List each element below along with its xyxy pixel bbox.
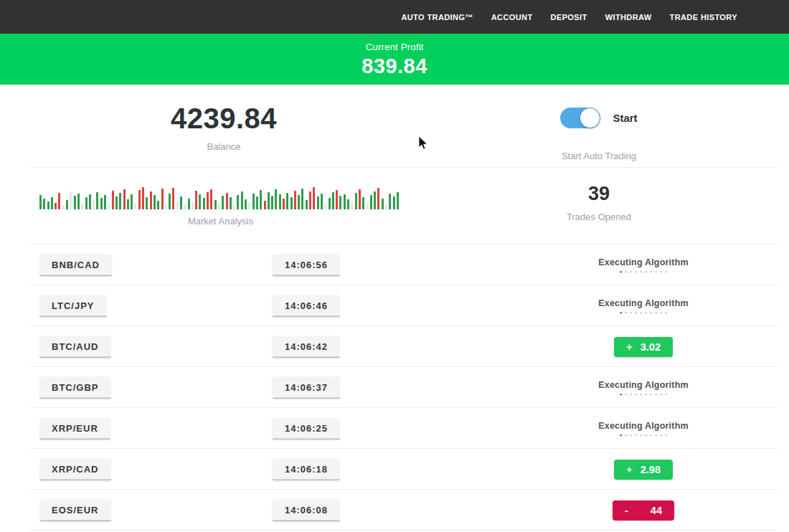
result-sign: + <box>626 341 632 353</box>
toggle-start-label: Start <box>613 112 637 124</box>
chart-bar <box>93 201 95 209</box>
progress-dot <box>620 394 622 396</box>
nav-item-auto-trading[interactable]: AUTO TRADING™ <box>401 13 473 22</box>
chart-bar <box>153 195 156 209</box>
profit-banner-label: Current Profit <box>0 42 789 52</box>
progress-dot <box>660 394 662 396</box>
loss-badge: -44 <box>613 500 674 521</box>
progress-dot <box>640 271 642 273</box>
nav-item-deposit[interactable]: DEPOSIT <box>551 13 587 22</box>
trade-status: Executing Algorithm <box>598 380 689 396</box>
time-badge: 14:06:37 <box>273 376 340 399</box>
chart-bar <box>77 194 80 209</box>
chart-bar <box>241 191 243 209</box>
progress-dot <box>665 312 667 314</box>
chart-bar <box>317 196 319 209</box>
chart-bar <box>188 199 190 209</box>
chart-bar <box>256 196 258 209</box>
auto-trading-block: Start Start Auto Trading <box>499 108 699 161</box>
chart-bar <box>332 192 334 209</box>
chart-bar <box>393 196 395 209</box>
chart-bar <box>237 195 239 209</box>
profit-badge: +2.98 <box>614 460 673 480</box>
chart-bar <box>66 200 68 209</box>
chart-bar <box>248 202 250 209</box>
progress-dot <box>620 271 622 273</box>
time-badge: 14:06:08 <box>273 499 340 521</box>
pair-badge: XRP/CAD <box>39 458 111 480</box>
progress-dot <box>625 271 627 273</box>
chart-bar <box>172 188 174 209</box>
market-analysis-block: Market Analysis <box>39 186 402 227</box>
mouse-cursor <box>418 136 428 151</box>
trade-row: BTC/GBP14:06:37Executing Algorithm <box>0 367 789 408</box>
progress-dot <box>630 434 632 437</box>
progress-dot <box>665 434 667 437</box>
trades-opened-label: Trades Opened <box>499 212 699 222</box>
progress-dot <box>655 271 657 273</box>
progress-dot <box>640 434 642 437</box>
chart-bar <box>351 203 353 209</box>
trade-status: +2.98 <box>614 460 673 480</box>
nav-item-withdraw[interactable]: WITHDRAW <box>605 13 652 22</box>
pair-badge: BNB/CAD <box>39 254 112 276</box>
chart-bar <box>39 195 42 209</box>
chart-bar <box>165 204 167 209</box>
time-badge: 14:06:25 <box>273 417 340 440</box>
trade-row: XRP/CAD14:06:18+2.98 <box>0 449 789 490</box>
page-root: AUTO TRADING™ACCOUNTDEPOSITWITHDRAWTRADE… <box>0 0 789 532</box>
chart-bar <box>112 191 114 209</box>
progress-dot <box>655 312 657 314</box>
chart-bar <box>397 192 399 209</box>
progress-dot <box>645 394 647 396</box>
chart-bar <box>355 193 357 209</box>
chart-bar <box>123 189 126 209</box>
chart-bar <box>89 194 91 209</box>
chart-bar <box>301 189 303 209</box>
progress-dot <box>660 434 662 437</box>
chart-bar <box>62 205 65 209</box>
progress-dot <box>655 434 657 437</box>
chart-bar <box>329 198 331 209</box>
chart-bar <box>131 194 133 209</box>
trade-status: Executing Algorithm <box>598 421 689 437</box>
progress-dot <box>635 312 637 314</box>
executing-label: Executing Algorithm <box>598 380 689 390</box>
progress-dot <box>665 394 667 396</box>
trade-status: +3.02 <box>614 337 673 357</box>
chart-bar <box>214 200 217 209</box>
time-badge: 14:06:56 <box>273 254 340 276</box>
progress-dot <box>645 434 647 437</box>
chart-bar <box>362 197 364 209</box>
chart-bar <box>192 201 194 209</box>
chart-bar <box>385 204 387 209</box>
chart-bar <box>108 204 110 209</box>
toggle-knob <box>580 108 600 128</box>
chart-bar <box>294 191 296 209</box>
pair-badge: BTC/GBP <box>39 376 111 399</box>
auto-trading-caption: Start Auto Trading <box>499 151 699 161</box>
chart-bar <box>150 191 152 209</box>
chart-bar <box>377 188 379 209</box>
balance-block: 4239.84 Balance <box>116 103 331 152</box>
chart-bar <box>134 203 136 209</box>
progress-dot <box>650 394 652 396</box>
chart-bar <box>245 199 247 209</box>
nav-item-trade-history[interactable]: TRADE HISTORY <box>670 13 737 22</box>
pair-badge: EOS/EUR <box>39 499 111 521</box>
chart-bar <box>161 189 164 209</box>
progress-dot <box>660 271 662 273</box>
chart-bar <box>283 199 285 209</box>
chart-bar <box>184 204 186 209</box>
executing-label: Executing Algorithm <box>598 421 689 431</box>
progress-dot <box>660 312 662 314</box>
nav-item-account[interactable]: ACCOUNT <box>491 13 533 22</box>
progress-dots <box>598 312 689 314</box>
time-badge: 14:06:42 <box>273 336 340 358</box>
progress-dots <box>598 394 689 396</box>
section-divider <box>30 167 778 168</box>
time-badge: 14:06:18 <box>273 458 340 480</box>
chart-bar <box>226 193 228 209</box>
chart-bar <box>47 201 49 209</box>
auto-trading-toggle[interactable] <box>560 108 600 128</box>
